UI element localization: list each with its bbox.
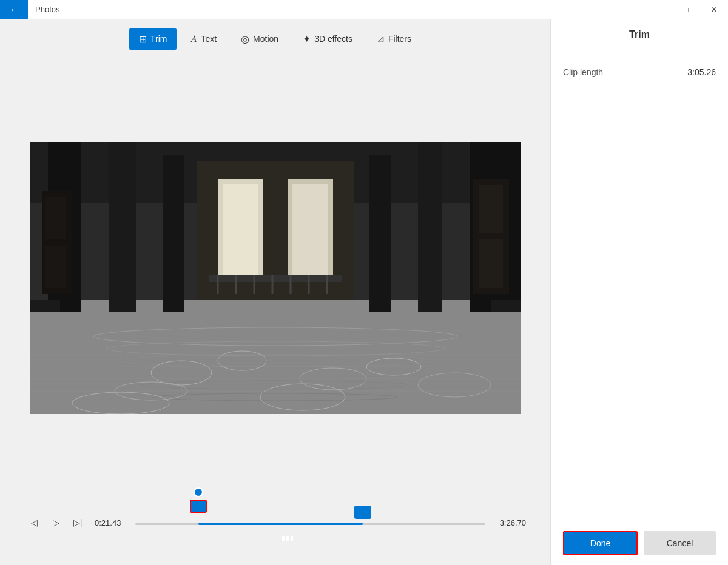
trim-handle-circle [194,487,203,497]
svg-rect-28 [369,155,391,312]
motion-tool-button[interactable]: ◎ Motion [231,28,288,50]
left-panel: ⊞ Trim 𝐴 Text ◎ Motion ✦ 3D effects ⊿ Fi… [0,19,550,565]
timeline-track[interactable] [135,523,485,525]
timeline-active-range [198,523,363,525]
right-panel-footer: Done Cancel [551,521,728,565]
video-frame [30,142,521,414]
maximize-icon: □ [684,5,688,14]
cancel-button[interactable]: Cancel [644,531,716,555]
svg-rect-24 [109,142,136,312]
svg-rect-47 [45,246,66,288]
play-button[interactable]: ▷ [46,513,66,532]
filters-tool-button[interactable]: ⊿ Filters [367,28,421,50]
trim-label: Trim [150,34,167,44]
timeline-container[interactable] [135,504,485,541]
svg-rect-27 [418,142,442,312]
effects-tool-button[interactable]: ✦ 3D effects [293,28,362,50]
right-panel-header: Trim [551,19,728,50]
effects-label: 3D effects [314,34,352,44]
back-arrow-icon: ← [10,5,18,15]
minimize-button[interactable]: — [644,0,672,19]
clip-info-row: Clip length 3:05.26 [563,62,716,82]
playback-controls: ◁ ▷ ▷| [24,513,87,532]
main-layout: ⊞ Trim 𝐴 Text ◎ Motion ✦ 3D effects ⊿ Fi… [0,19,728,565]
svg-rect-43 [479,185,503,233]
scrubber-handle[interactable] [282,536,293,541]
text-label: Text [201,34,217,44]
play-icon: ▷ [53,518,59,527]
motion-label: Motion [253,34,278,44]
right-panel-content: Clip length 3:05.26 [551,50,728,521]
dot-1 [282,536,285,541]
timeline-row: ◁ ▷ ▷| 0:21.43 [24,504,526,541]
filters-label: Filters [388,34,411,44]
trim-tool-button[interactable]: ⊞ Trim [129,28,177,50]
svg-rect-34 [209,275,342,282]
trim-icon: ⊞ [139,33,147,45]
trim-handle-box-left [190,500,207,513]
right-trim-handle[interactable] [354,506,371,519]
text-tool-button[interactable]: 𝐴 Text [181,28,226,49]
minimize-icon: — [655,5,662,14]
svg-rect-32 [223,184,258,277]
controls-area: ◁ ▷ ▷| 0:21.43 [0,498,550,565]
svg-rect-46 [45,197,66,239]
clip-length-value: 3:05.26 [687,67,716,77]
panel-title: Trim [629,29,650,39]
close-button[interactable]: ✕ [700,0,728,19]
time-start-label: 0:21.43 [95,518,128,527]
rewind-button[interactable]: ◁ [24,513,44,532]
rewind-icon: ◁ [31,518,38,527]
svg-rect-25 [163,155,184,312]
back-button[interactable]: ← [0,0,28,19]
left-trim-handle[interactable] [190,487,207,513]
right-panel: Trim Clip length 3:05.26 Done Cancel [550,19,728,565]
close-icon: ✕ [711,5,717,14]
video-content [30,142,521,414]
forward-button[interactable]: ▷| [68,513,87,532]
title-bar: ← Photos — □ ✕ [0,0,728,19]
maximize-button[interactable]: □ [672,0,700,19]
time-end-label: 3:26.70 [493,518,526,527]
forward-icon: ▷| [73,518,83,527]
motion-icon: ◎ [241,33,249,45]
video-area [0,58,550,498]
dot-2 [286,536,289,541]
svg-rect-44 [479,239,503,288]
text-icon: 𝐴 [191,33,197,44]
svg-rect-33 [292,184,328,277]
clip-length-label: Clip length [563,67,603,77]
effects-icon: ✦ [303,33,311,45]
svg-rect-48 [30,300,60,312]
toolbar: ⊞ Trim 𝐴 Text ◎ Motion ✦ 3D effects ⊿ Fi… [0,19,550,58]
dot-3 [291,536,293,541]
app-title: Photos [35,5,59,14]
done-button[interactable]: Done [563,531,638,555]
video-thumbnail [30,142,521,414]
svg-rect-49 [491,300,521,312]
filters-icon: ⊿ [377,33,385,45]
trim-handle-box-right [354,506,371,519]
